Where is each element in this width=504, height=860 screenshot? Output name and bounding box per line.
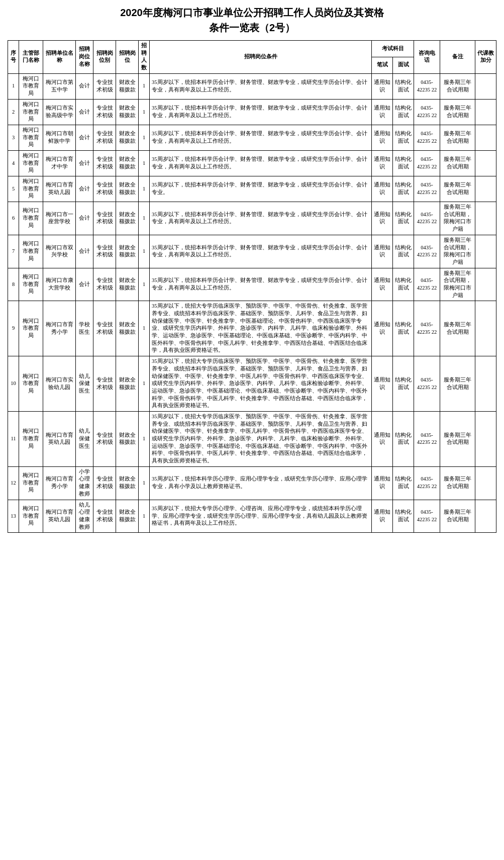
- cell-recruitment: 财政全额拨款: [116, 301, 139, 356]
- cell-unit: 梅河口市第五中学: [43, 73, 76, 99]
- cell-written: 通用知识: [372, 500, 393, 533]
- cell-conditions: 35周岁以下，统招本科学历会计学、财务管理、财政学专业，或研究生学历会计学、会计…: [150, 202, 372, 235]
- cell-poslevel: 专业技术初级: [93, 99, 116, 125]
- cell-poslevel: 专业技术初级: [93, 268, 116, 301]
- cell-written: 通用知识: [372, 301, 393, 356]
- cell-posname: 学校医生: [76, 301, 93, 356]
- cell-interview: 结构化面试: [393, 125, 414, 150]
- cell-dept: 梅河口市教育局: [19, 125, 43, 150]
- cell-interview: 结构化面试: [393, 99, 414, 125]
- cell-posname: 幼儿保健医生: [76, 356, 93, 412]
- cell-count: 1: [139, 235, 150, 268]
- cell-conditions: 35周岁以下，统招大专学历临床医学、预防医学、中医学、中医骨伤、针灸推拿、医学营…: [150, 411, 372, 466]
- cell-num: 6: [8, 202, 19, 235]
- col-header-unit: 招聘单位名称: [43, 41, 76, 74]
- col-header-conditions: 招聘岗位条件: [150, 41, 372, 74]
- col-header-count: 招聘人数: [139, 41, 150, 74]
- page-wrapper: 2020年度梅河口市事业单位公开招聘工作人员岗位及其资格条件一览表（2号） 序号…: [0, 0, 504, 538]
- cell-poslevel: 专业技术初级: [93, 202, 116, 235]
- table-row: 12梅河口市教育局梅河口市育秀小学小学心理健康教师专业技术初级财政全额拨款135…: [8, 466, 496, 500]
- cell-proxy: [475, 150, 496, 176]
- cell-notes: 服务期三年合试用期: [440, 411, 475, 466]
- cell-dept: 梅河口市教育局: [19, 73, 43, 99]
- cell-notes: 服务期三年合试用期: [440, 301, 475, 356]
- cell-num: 4: [8, 150, 19, 176]
- cell-proxy: [475, 466, 496, 500]
- cell-poslevel: 专业技术初级: [93, 411, 116, 466]
- cell-recruitment: 财政全额拨款: [116, 99, 139, 125]
- cell-written: 通用知识: [372, 268, 393, 301]
- cell-conditions: 35周岁以下，统招大专学历临床医学、预防医学、中医学、中医骨伤、针灸推拿、医学营…: [150, 356, 372, 412]
- cell-posname: 会计: [76, 73, 93, 99]
- cell-poslevel: 专业技术初级: [93, 356, 116, 412]
- table-row: 6梅河口市教育局梅河口市一座营学校会计专业技术初级财政全额拨款135周岁以下，统…: [8, 202, 496, 235]
- cell-count: 1: [139, 500, 150, 533]
- cell-phone: 0435-42235 22: [414, 176, 440, 202]
- cell-proxy: [475, 125, 496, 150]
- cell-num: 11: [8, 411, 19, 466]
- cell-phone: 0435-42235 22: [414, 202, 440, 235]
- cell-proxy: [475, 500, 496, 533]
- cell-interview: 结构化面试: [393, 73, 414, 99]
- cell-phone: 0435-42235 22: [414, 356, 440, 412]
- cell-dept: 梅河口市教育局: [19, 202, 43, 235]
- table-row: 4梅河口市教育局梅河口市育才中学会计专业技术初级财政全额拨款135周岁以下，统招…: [8, 150, 496, 176]
- cell-posname: 会计: [76, 202, 93, 235]
- cell-notes: 服务期三年合试用期: [440, 73, 475, 99]
- cell-conditions: 35周岁以下，统招本科学历会计学、财务管理、财政学专业，或研究生学历会计学、会计…: [150, 235, 372, 268]
- cell-count: 1: [139, 411, 150, 466]
- cell-num: 12: [8, 466, 19, 500]
- cell-dept: 梅河口市教育局: [19, 99, 43, 125]
- cell-proxy: [475, 411, 496, 466]
- cell-interview: 结构化面试: [393, 268, 414, 301]
- cell-posname: 会计: [76, 99, 93, 125]
- cell-count: 1: [139, 268, 150, 301]
- cell-dept: 梅河口市教育局: [19, 176, 43, 202]
- cell-posname: 会计: [76, 176, 93, 202]
- cell-count: 1: [139, 466, 150, 500]
- cell-written: 通用知识: [372, 466, 393, 500]
- table-row: 9梅河口市教育局梅河口市育秀小学学校医生专业技术初级财政全额拨款135周岁以下，…: [8, 301, 496, 356]
- cell-unit: 梅河口市朝鲜族中学: [43, 125, 76, 150]
- cell-interview: 结构化面试: [393, 411, 414, 466]
- cell-conditions: 35周岁以下，统招本科学历会计学、财务管理、财政学专业，或研究生学历会计学、会计…: [150, 73, 372, 99]
- cell-unit: 梅河口市实验幼儿园: [43, 356, 76, 412]
- cell-recruitment: 财政全额拨款: [116, 500, 139, 533]
- main-table: 序号 主管部门名称 招聘单位名称 招聘岗位名称 招聘岗位别 招聘岗位 招聘人数 …: [8, 40, 496, 533]
- cell-proxy: [475, 73, 496, 99]
- cell-notes: 服务期三年合试用期，限梅河口市户籍: [440, 268, 475, 301]
- cell-conditions: 35周岁以下，统招本科学历会计学、财务管理、财政学专业，或研究生学历会计学、会计…: [150, 268, 372, 301]
- table-row: 5梅河口市教育局梅河口市育英幼儿园会计专业技术初级财政全额拨款135周岁以下，统…: [8, 176, 496, 202]
- cell-dept: 梅河口市教育局: [19, 500, 43, 533]
- cell-written: 通用知识: [372, 73, 393, 99]
- table-row: 11梅河口市教育局梅河口市育英幼儿园幼儿保健医生专业技术初级财政全额拨款135周…: [8, 411, 496, 466]
- cell-unit: 梅河口市一座营学校: [43, 202, 76, 235]
- cell-unit: 梅河口市育秀小学: [43, 466, 76, 500]
- cell-proxy: [475, 202, 496, 235]
- cell-dept: 梅河口市教育局: [19, 411, 43, 466]
- col-header-exam: 考试科目: [372, 41, 414, 57]
- cell-recruitment: 财政全额拨款: [116, 73, 139, 99]
- cell-count: 1: [139, 202, 150, 235]
- cell-proxy: [475, 99, 496, 125]
- col-header-poslevel: 招聘岗位别: [93, 41, 116, 74]
- cell-conditions: 35周岁以下，统招本科学历心理学、应用心理学专业，或研究生学历心理学、应用心理学…: [150, 466, 372, 500]
- cell-notes: 服务期三年合试用期: [440, 99, 475, 125]
- col-header-notes: 备注: [440, 41, 475, 74]
- cell-written: 通用知识: [372, 176, 393, 202]
- cell-poslevel: 专业技术初级: [93, 466, 116, 500]
- cell-posname: 会计: [76, 150, 93, 176]
- cell-num: 1: [8, 73, 19, 99]
- cell-posname: 会计: [76, 125, 93, 150]
- cell-dept: 梅河口市教育局: [19, 268, 43, 301]
- cell-posname: 会计: [76, 235, 93, 268]
- cell-notes: 服务期三年合试用期: [440, 356, 475, 412]
- cell-written: 通用知识: [372, 202, 393, 235]
- cell-notes: 服务期三年合试用期: [440, 125, 475, 150]
- cell-num: 13: [8, 500, 19, 533]
- cell-recruitment: 财政全额拨款: [116, 268, 139, 301]
- cell-unit: 梅河口市双兴学校: [43, 235, 76, 268]
- cell-interview: 结构化面试: [393, 235, 414, 268]
- cell-written: 通用知识: [372, 99, 393, 125]
- cell-recruitment: 财政全额拨款: [116, 356, 139, 412]
